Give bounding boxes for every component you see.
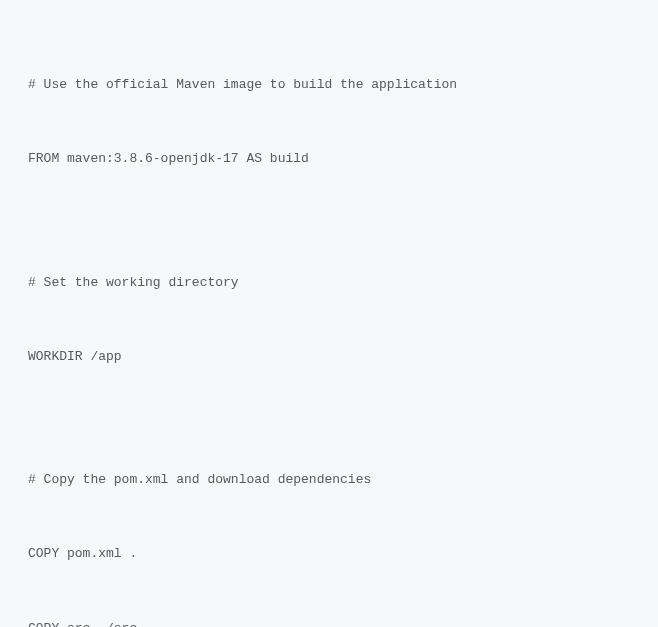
code-line: COPY src ./src — [28, 617, 630, 628]
code-line: # Use the official Maven image to build … — [28, 73, 630, 98]
code-line: COPY pom.xml . — [28, 542, 630, 567]
code-line: # Set the working directory — [28, 271, 630, 296]
dockerfile-code-block: # Use the official Maven image to build … — [28, 24, 630, 627]
code-line: WORKDIR /app — [28, 345, 630, 370]
code-line: # Copy the pom.xml and download dependen… — [28, 468, 630, 493]
code-line: FROM maven:3.8.6-openjdk-17 AS build — [28, 147, 630, 172]
